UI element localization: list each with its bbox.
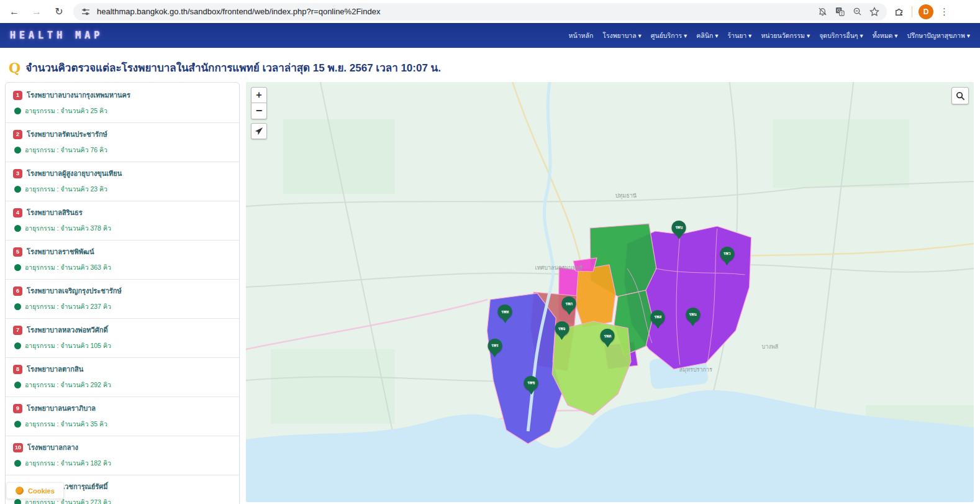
queue-info: อายุรกรรม : จำนวนคิว 378 คิว: [25, 223, 111, 234]
hospital-pin-label: รพต: [601, 329, 615, 343]
hospital-pin[interactable]: รพข: [524, 376, 538, 395]
app-navbar: HEALTH MAP หน้าหลักโรงพยาบาล ▾ศูนย์บริกา…: [0, 23, 980, 48]
hospital-list-item[interactable]: 9 โรงพยาบาลนคราภิบาล อายุรกรรม : จำนวนคิ…: [6, 396, 239, 436]
hospital-list-item[interactable]: 8 โรงพยาบาลตากสิน อายุรกรรม : จำนวนคิว 2…: [6, 357, 239, 396]
hospital-pin[interactable]: รพส: [651, 310, 665, 329]
nav-item[interactable]: คลินิก ▾: [696, 30, 718, 41]
hospital-list-item[interactable]: 4 โรงพยาบาลสิรินธร อายุรกรรม : จำนวนคิว …: [6, 201, 239, 240]
hospital-name[interactable]: โรงพยาบาลเจริญกรุงประชารักษ์: [27, 285, 122, 296]
notifications-blocked-icon[interactable]: [816, 6, 828, 18]
hospital-list-item[interactable]: 10 โรงพยาบาลกลาง อายุรกรรม : จำนวนคิว 18…: [6, 436, 239, 475]
nav-item[interactable]: โรงพยาบาล ▾: [602, 30, 642, 41]
health-map-logo[interactable]: HEALTH MAP: [10, 30, 103, 41]
hospital-list-item[interactable]: 6 โรงพยาบาลเจริญกรุงประชารักษ์ อายุรกรรม…: [6, 279, 239, 318]
queue-info: อายุรกรรม : จำนวนคิว 25 คิว: [25, 106, 107, 116]
profile-avatar[interactable]: D: [919, 4, 933, 19]
status-dot-icon: [14, 225, 21, 232]
hospital-pin[interactable]: รพต: [601, 329, 615, 347]
site-info-icon[interactable]: [79, 6, 92, 18]
hospital-name[interactable]: โรงพยาบาลรัตนประชารักษ์: [27, 129, 107, 140]
hospital-name[interactable]: โรงพยาบาลราชพิพัฒน์: [27, 246, 94, 257]
map-zoom-in-button[interactable]: +: [251, 87, 267, 103]
nav-item[interactable]: ปรึกษาปัญหาสุขภาพ ▾: [907, 30, 970, 41]
address-bar[interactable]: healthmap.bangkok.go.th/sandbox/frontend…: [73, 3, 887, 21]
hospital-list-item[interactable]: 3 โรงพยาบาลผู้สูงอายุบางขุนเทียน อายุรกร…: [6, 162, 239, 201]
hospital-pin-label: รพน: [686, 308, 700, 322]
nav-item[interactable]: หน้าหลัก: [569, 30, 594, 41]
browser-actions: D ⋮: [893, 4, 949, 19]
queue-info: อายุรกรรม : จำนวนคิว 182 คิว: [25, 458, 111, 469]
hospital-list-item[interactable]: 7 โรงพยาบาลหลวงพ่อทวีศักดิ์ อายุรกรรม : …: [6, 318, 239, 357]
nav-item[interactable]: จุดบริการอื่นๆ ▾: [819, 30, 863, 41]
translate-icon[interactable]: G 文: [833, 6, 846, 18]
map-container[interactable]: รพบรพวรพนรพสรพตรพกรพจรพทรพรรพขปทุมธานีเท…: [246, 82, 974, 502]
hospital-pin-tail: [527, 389, 535, 395]
hospital-pin-label: รพก: [562, 296, 576, 311]
hospital-name[interactable]: โรงพยาบาลผู้สูงอายุบางขุนเทียน: [27, 168, 122, 179]
zoom-out-page-icon[interactable]: [851, 6, 863, 18]
url-text[interactable]: healthmap.bangkok.go.th/sandbox/frontend…: [97, 7, 811, 16]
hospital-pin-label: รพข: [524, 376, 538, 390]
hospital-pin-label: รพท: [498, 305, 512, 319]
hospital-name[interactable]: โรงพยาบาลกลาง: [27, 442, 78, 453]
rank-badge: 8: [13, 365, 22, 374]
rank-badge: 1: [13, 91, 22, 100]
nav-item[interactable]: ร้านยา ▾: [727, 30, 751, 41]
map-search-button[interactable]: [951, 87, 969, 104]
hospital-list-item[interactable]: 5 โรงพยาบาลราชพิพัฒน์ อายุรกรรม : จำนวนค…: [6, 240, 239, 279]
page-title: จำนวนคิวตรวจแต่ละโรงพยาบาลในสำนักการแพทย…: [25, 59, 441, 76]
cookies-label: Cookies: [28, 487, 55, 495]
forward-icon[interactable]: →: [29, 4, 45, 20]
reload-icon[interactable]: ↻: [51, 4, 67, 20]
toolbar-separator: [912, 6, 912, 17]
main-layout: 1 โรงพยาบาลบางนากรุงเทพมหานคร อายุรกรรม …: [0, 82, 980, 504]
hospital-pin[interactable]: รพท: [498, 305, 512, 323]
bookmark-star-icon[interactable]: [868, 6, 881, 18]
map-place-label: ปทุมธานี: [615, 191, 637, 200]
hospital-list-item[interactable]: 2 โรงพยาบาลรัตนประชารักษ์ อายุรกรรม : จำ…: [6, 122, 239, 162]
hospital-pin[interactable]: รพร: [488, 339, 502, 357]
hospital-pin[interactable]: รพบ: [672, 221, 686, 239]
browser-menu-icon[interactable]: ⋮: [940, 6, 949, 17]
nav-item[interactable]: ทั้งหมด ▾: [873, 30, 898, 41]
hospital-pin-tail: [724, 260, 731, 265]
queue-info: อายุรกรรม : จำนวนคิว 105 คิว: [25, 341, 111, 351]
hospital-pin[interactable]: รพจ: [555, 321, 569, 340]
map-zoom-out-button[interactable]: −: [251, 103, 267, 119]
queue-info: อายุรกรรม : จำนวนคิว 35 คิว: [25, 419, 107, 429]
hospital-pin-label: รพว: [720, 247, 734, 261]
hospital-pin-tail: [675, 234, 683, 239]
hospital-name[interactable]: โรงพยาบาลตากสิน: [27, 364, 83, 375]
rank-badge: 4: [13, 208, 22, 218]
hospital-name[interactable]: โรงพยาบาลสิรินธร: [27, 207, 83, 218]
map-overlay: รพบรพวรพนรพสรพตรพกรพจรพทรพรรพขปทุมธานีเท…: [246, 82, 974, 502]
cookies-button[interactable]: Cookies: [6, 482, 64, 499]
hospital-list-item[interactable]: 1 โรงพยาบาลบางนากรุงเทพมหานคร อายุรกรรม …: [6, 84, 239, 122]
status-dot-icon: [14, 499, 21, 504]
hospital-pin[interactable]: รพน: [686, 308, 700, 326]
rank-badge: 7: [13, 326, 22, 335]
hospital-pin-tail: [565, 309, 573, 315]
page-title-row: Q จำนวนคิวตรวจแต่ละโรงพยาบาลในสำนักการแพ…: [0, 48, 980, 82]
rank-badge: 10: [13, 443, 23, 452]
hospital-pin[interactable]: รพก: [562, 296, 576, 315]
queue-info: อายุรกรรม : จำนวนคิว 237 คิว: [25, 301, 111, 312]
status-dot-icon: [14, 186, 21, 193]
hospital-pin[interactable]: รพว: [720, 247, 734, 265]
hospital-name[interactable]: โรงพยาบาลหลวงพ่อทวีศักดิ์: [27, 324, 108, 336]
back-icon[interactable]: ←: [6, 4, 22, 20]
svg-text:文: 文: [840, 12, 843, 16]
status-dot-icon: [14, 264, 21, 271]
nav-item[interactable]: หน่วยนวัตกรรม ▾: [761, 30, 810, 41]
status-dot-icon: [14, 108, 21, 114]
hospital-name[interactable]: โรงพยาบาลนคราภิบาล: [27, 403, 96, 414]
status-dot-icon: [14, 421, 21, 428]
map-locate-button[interactable]: [251, 123, 267, 139]
hospital-name[interactable]: โรงพยาบาลบางนากรุงเทพมหานคร: [27, 89, 130, 101]
cookie-icon: [16, 487, 24, 495]
hospital-pin-label: รพร: [488, 339, 502, 353]
rank-badge: 9: [13, 404, 22, 413]
extensions-icon[interactable]: [893, 6, 905, 18]
queue-info: อายุรกรรม : จำนวนคิว 292 คิว: [25, 380, 111, 390]
nav-item[interactable]: ศูนย์บริการ ▾: [651, 30, 687, 41]
